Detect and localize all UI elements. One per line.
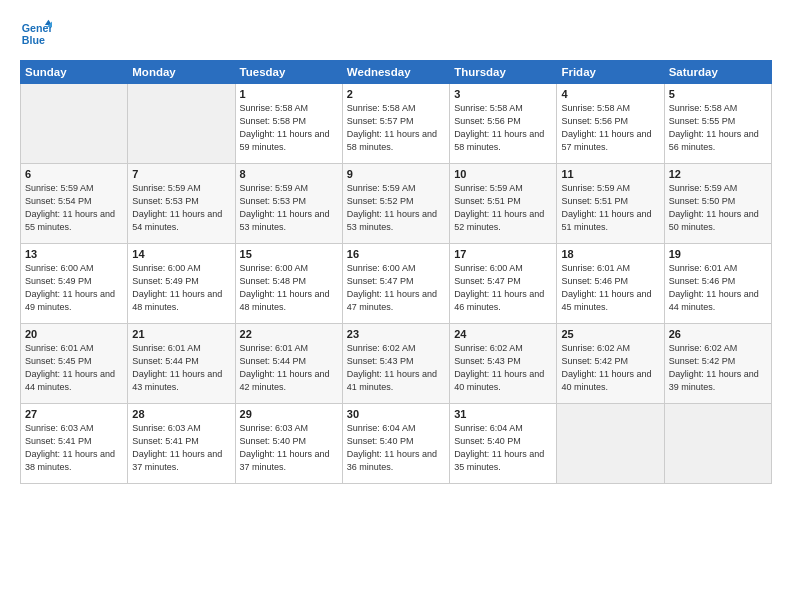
day-number: 15 [240, 248, 338, 260]
calendar-cell: 13Sunrise: 6:00 AM Sunset: 5:49 PM Dayli… [21, 244, 128, 324]
calendar-cell: 17Sunrise: 6:00 AM Sunset: 5:47 PM Dayli… [450, 244, 557, 324]
day-detail: Sunrise: 6:01 AM Sunset: 5:46 PM Dayligh… [561, 262, 659, 314]
weekday-header-cell: Tuesday [235, 61, 342, 84]
calendar-table: SundayMondayTuesdayWednesdayThursdayFrid… [20, 60, 772, 484]
header: General Blue [20, 18, 772, 50]
day-number: 30 [347, 408, 445, 420]
calendar-cell: 5Sunrise: 5:58 AM Sunset: 5:55 PM Daylig… [664, 84, 771, 164]
day-number: 3 [454, 88, 552, 100]
day-number: 25 [561, 328, 659, 340]
calendar-cell [21, 84, 128, 164]
day-number: 26 [669, 328, 767, 340]
day-number: 10 [454, 168, 552, 180]
day-number: 1 [240, 88, 338, 100]
day-detail: Sunrise: 6:04 AM Sunset: 5:40 PM Dayligh… [454, 422, 552, 474]
calendar-week-row: 13Sunrise: 6:00 AM Sunset: 5:49 PM Dayli… [21, 244, 772, 324]
page: General Blue SundayMondayTuesdayWednesda… [0, 0, 792, 612]
calendar-cell: 18Sunrise: 6:01 AM Sunset: 5:46 PM Dayli… [557, 244, 664, 324]
weekday-header-cell: Monday [128, 61, 235, 84]
calendar-cell: 14Sunrise: 6:00 AM Sunset: 5:49 PM Dayli… [128, 244, 235, 324]
day-number: 6 [25, 168, 123, 180]
calendar-cell: 10Sunrise: 5:59 AM Sunset: 5:51 PM Dayli… [450, 164, 557, 244]
day-number: 11 [561, 168, 659, 180]
day-detail: Sunrise: 6:03 AM Sunset: 5:41 PM Dayligh… [25, 422, 123, 474]
calendar-week-row: 27Sunrise: 6:03 AM Sunset: 5:41 PM Dayli… [21, 404, 772, 484]
calendar-cell: 30Sunrise: 6:04 AM Sunset: 5:40 PM Dayli… [342, 404, 449, 484]
day-detail: Sunrise: 6:00 AM Sunset: 5:48 PM Dayligh… [240, 262, 338, 314]
calendar-cell: 29Sunrise: 6:03 AM Sunset: 5:40 PM Dayli… [235, 404, 342, 484]
calendar-cell [664, 404, 771, 484]
day-detail: Sunrise: 5:59 AM Sunset: 5:51 PM Dayligh… [561, 182, 659, 234]
day-number: 19 [669, 248, 767, 260]
calendar-cell: 4Sunrise: 5:58 AM Sunset: 5:56 PM Daylig… [557, 84, 664, 164]
day-detail: Sunrise: 6:01 AM Sunset: 5:44 PM Dayligh… [132, 342, 230, 394]
day-number: 7 [132, 168, 230, 180]
weekday-header-cell: Wednesday [342, 61, 449, 84]
day-detail: Sunrise: 5:59 AM Sunset: 5:51 PM Dayligh… [454, 182, 552, 234]
calendar-week-row: 20Sunrise: 6:01 AM Sunset: 5:45 PM Dayli… [21, 324, 772, 404]
svg-text:Blue: Blue [22, 34, 45, 46]
day-detail: Sunrise: 6:02 AM Sunset: 5:42 PM Dayligh… [669, 342, 767, 394]
day-number: 31 [454, 408, 552, 420]
day-detail: Sunrise: 5:58 AM Sunset: 5:56 PM Dayligh… [561, 102, 659, 154]
calendar-cell: 28Sunrise: 6:03 AM Sunset: 5:41 PM Dayli… [128, 404, 235, 484]
day-number: 8 [240, 168, 338, 180]
day-number: 5 [669, 88, 767, 100]
calendar-cell [557, 404, 664, 484]
calendar-cell: 16Sunrise: 6:00 AM Sunset: 5:47 PM Dayli… [342, 244, 449, 324]
calendar-cell: 11Sunrise: 5:59 AM Sunset: 5:51 PM Dayli… [557, 164, 664, 244]
calendar-cell: 31Sunrise: 6:04 AM Sunset: 5:40 PM Dayli… [450, 404, 557, 484]
calendar-cell: 9Sunrise: 5:59 AM Sunset: 5:52 PM Daylig… [342, 164, 449, 244]
day-number: 29 [240, 408, 338, 420]
calendar-cell: 19Sunrise: 6:01 AM Sunset: 5:46 PM Dayli… [664, 244, 771, 324]
day-detail: Sunrise: 5:59 AM Sunset: 5:52 PM Dayligh… [347, 182, 445, 234]
day-detail: Sunrise: 6:03 AM Sunset: 5:41 PM Dayligh… [132, 422, 230, 474]
day-number: 14 [132, 248, 230, 260]
day-detail: Sunrise: 5:58 AM Sunset: 5:57 PM Dayligh… [347, 102, 445, 154]
day-detail: Sunrise: 6:01 AM Sunset: 5:44 PM Dayligh… [240, 342, 338, 394]
day-detail: Sunrise: 5:59 AM Sunset: 5:50 PM Dayligh… [669, 182, 767, 234]
day-detail: Sunrise: 6:00 AM Sunset: 5:49 PM Dayligh… [25, 262, 123, 314]
calendar-cell: 3Sunrise: 5:58 AM Sunset: 5:56 PM Daylig… [450, 84, 557, 164]
weekday-header-row: SundayMondayTuesdayWednesdayThursdayFrid… [21, 61, 772, 84]
calendar-cell: 20Sunrise: 6:01 AM Sunset: 5:45 PM Dayli… [21, 324, 128, 404]
day-number: 18 [561, 248, 659, 260]
weekday-header-cell: Friday [557, 61, 664, 84]
day-detail: Sunrise: 5:59 AM Sunset: 5:53 PM Dayligh… [240, 182, 338, 234]
day-detail: Sunrise: 6:02 AM Sunset: 5:43 PM Dayligh… [454, 342, 552, 394]
calendar-cell: 24Sunrise: 6:02 AM Sunset: 5:43 PM Dayli… [450, 324, 557, 404]
day-detail: Sunrise: 6:03 AM Sunset: 5:40 PM Dayligh… [240, 422, 338, 474]
day-number: 16 [347, 248, 445, 260]
day-detail: Sunrise: 5:58 AM Sunset: 5:58 PM Dayligh… [240, 102, 338, 154]
day-detail: Sunrise: 6:01 AM Sunset: 5:46 PM Dayligh… [669, 262, 767, 314]
weekday-header-cell: Thursday [450, 61, 557, 84]
day-detail: Sunrise: 6:02 AM Sunset: 5:43 PM Dayligh… [347, 342, 445, 394]
weekday-header-cell: Saturday [664, 61, 771, 84]
calendar-cell: 23Sunrise: 6:02 AM Sunset: 5:43 PM Dayli… [342, 324, 449, 404]
calendar-cell: 27Sunrise: 6:03 AM Sunset: 5:41 PM Dayli… [21, 404, 128, 484]
day-detail: Sunrise: 5:58 AM Sunset: 5:56 PM Dayligh… [454, 102, 552, 154]
day-detail: Sunrise: 6:02 AM Sunset: 5:42 PM Dayligh… [561, 342, 659, 394]
calendar-cell [128, 84, 235, 164]
day-number: 4 [561, 88, 659, 100]
day-number: 21 [132, 328, 230, 340]
calendar-cell: 26Sunrise: 6:02 AM Sunset: 5:42 PM Dayli… [664, 324, 771, 404]
calendar-week-row: 6Sunrise: 5:59 AM Sunset: 5:54 PM Daylig… [21, 164, 772, 244]
calendar-cell: 25Sunrise: 6:02 AM Sunset: 5:42 PM Dayli… [557, 324, 664, 404]
calendar-cell: 22Sunrise: 6:01 AM Sunset: 5:44 PM Dayli… [235, 324, 342, 404]
day-detail: Sunrise: 5:58 AM Sunset: 5:55 PM Dayligh… [669, 102, 767, 154]
day-number: 13 [25, 248, 123, 260]
day-number: 24 [454, 328, 552, 340]
calendar-cell: 2Sunrise: 5:58 AM Sunset: 5:57 PM Daylig… [342, 84, 449, 164]
weekday-header-cell: Sunday [21, 61, 128, 84]
calendar-week-row: 1Sunrise: 5:58 AM Sunset: 5:58 PM Daylig… [21, 84, 772, 164]
day-detail: Sunrise: 6:00 AM Sunset: 5:47 PM Dayligh… [454, 262, 552, 314]
day-number: 17 [454, 248, 552, 260]
calendar-cell: 6Sunrise: 5:59 AM Sunset: 5:54 PM Daylig… [21, 164, 128, 244]
day-detail: Sunrise: 6:00 AM Sunset: 5:49 PM Dayligh… [132, 262, 230, 314]
calendar-cell: 8Sunrise: 5:59 AM Sunset: 5:53 PM Daylig… [235, 164, 342, 244]
day-number: 2 [347, 88, 445, 100]
calendar-body: 1Sunrise: 5:58 AM Sunset: 5:58 PM Daylig… [21, 84, 772, 484]
logo: General Blue [20, 18, 52, 50]
day-number: 22 [240, 328, 338, 340]
